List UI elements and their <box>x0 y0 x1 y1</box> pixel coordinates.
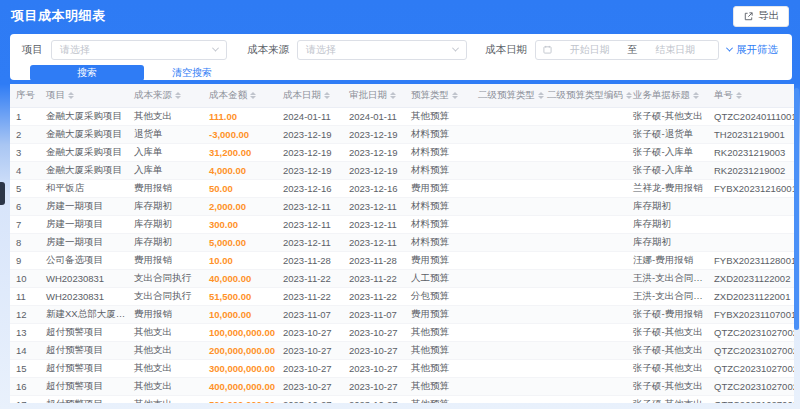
cell-budget_type: 材料预算 <box>405 125 472 143</box>
sort-icon[interactable] <box>736 92 742 99</box>
end-date-placeholder: 结束日期 <box>640 43 712 57</box>
cell-doc_no: FYBX20231107001 <box>708 305 794 323</box>
column-label-doc_title: 业务单据标题 <box>633 89 690 102</box>
column-header-approve_date[interactable]: 审批日期 <box>343 84 405 107</box>
table-row: 12新建XX总部大厦工程二期费用报销10,000.002023-11-07202… <box>10 305 794 323</box>
expand-filters-link[interactable]: 展开筛选 <box>727 43 778 57</box>
cell-cost_date: 2023-12-11 <box>277 197 343 215</box>
cell-cost_date: 2023-11-28 <box>277 251 343 269</box>
sort-icon[interactable] <box>175 92 181 99</box>
cost-date-range-input[interactable]: 开始日期 至 结束日期 <box>535 40 719 60</box>
cost-source-filter-label: 成本来源 <box>247 43 289 57</box>
filter-row: 项目 请选择 成本来源 请选择 成本日期 开始日期 至 结 <box>22 39 778 60</box>
cell-budget_type: 人工预算 <box>405 269 472 287</box>
table-row: 1金融大厦采购项目其他支出111.002024-01-112024-01-11其… <box>10 107 794 125</box>
cell-project: 超付预警项目 <box>40 341 128 359</box>
sort-icon[interactable] <box>538 92 544 99</box>
cell-project: WH20230831 <box>40 287 128 305</box>
cell-project: WH20230831 <box>40 269 128 287</box>
cell-idx: 12 <box>10 305 40 323</box>
cell-budget_type: 材料预算 <box>405 233 472 251</box>
clear-search-link[interactable]: 清空搜索 <box>172 66 212 80</box>
cell-sub_code <box>541 269 627 287</box>
cell-sub_code <box>541 107 627 125</box>
cell-project: 公司备选项目 <box>40 251 128 269</box>
cell-approve_date: 2023-11-22 <box>343 287 405 305</box>
cell-approve_date: 2023-12-19 <box>343 125 405 143</box>
cost-source-select[interactable]: 请选择 <box>297 40 467 60</box>
cell-idx: 17 <box>10 395 40 403</box>
column-header-amount[interactable]: 成本金额 <box>203 84 277 107</box>
cell-cost_date: 2023-12-16 <box>277 179 343 197</box>
cell-source: 退货单 <box>128 125 203 143</box>
column-header-idx: 序号 <box>10 84 40 107</box>
cell-approve_date: 2023-10-27 <box>343 341 405 359</box>
calendar-icon <box>543 45 552 54</box>
export-button[interactable]: 导出 <box>733 6 789 27</box>
cell-doc_no: QTZC20231027002 <box>708 341 794 359</box>
cost-source-select-placeholder: 请选择 <box>306 43 336 57</box>
cell-source: 入库单 <box>128 161 203 179</box>
side-panel-handle[interactable] <box>0 182 5 205</box>
cell-doc_no <box>708 197 794 215</box>
column-header-project[interactable]: 项目 <box>40 84 128 107</box>
column-header-doc_title[interactable]: 业务单据标题 <box>627 84 708 107</box>
cell-sub_code <box>541 125 627 143</box>
sort-icon[interactable] <box>626 92 632 99</box>
column-header-source[interactable]: 成本来源 <box>128 84 203 107</box>
cell-source: 其他支出 <box>128 323 203 341</box>
sort-icon[interactable] <box>68 92 74 99</box>
cell-sub_type <box>472 215 541 233</box>
column-label-amount: 成本金额 <box>209 89 247 102</box>
cell-doc_no: QTZC20231027002 <box>708 395 794 403</box>
cell-cost_date: 2023-11-22 <box>277 287 343 305</box>
cell-budget_type: 材料预算 <box>405 161 472 179</box>
project-select[interactable]: 请选择 <box>51 40 227 60</box>
table-row: 16超付预警项目其他支出400,000,000.002023-10-272023… <box>10 377 794 395</box>
sort-icon[interactable] <box>390 92 396 99</box>
cell-amount: 300,000,000.00 <box>203 359 277 377</box>
table-row: 6房建一期项目库存期初2,000.002023-12-112023-12-11材… <box>10 197 794 215</box>
cell-sub_code <box>541 395 627 403</box>
column-header-cost_date[interactable]: 成本日期 <box>277 84 343 107</box>
cell-doc_no: ZXD20231122002 <box>708 269 794 287</box>
cell-project: 金融大厦采购项目 <box>40 125 128 143</box>
cell-doc_no: QTZC20240111001 <box>708 107 794 125</box>
table-header-row: 序号项目成本来源成本金额成本日期审批日期预算类型二级预算类型二级预算类型编码业务… <box>10 84 794 107</box>
cell-budget_type: 其他预算 <box>405 377 472 395</box>
table-header: 序号项目成本来源成本金额成本日期审批日期预算类型二级预算类型二级预算类型编码业务… <box>10 84 794 107</box>
project-filter-label: 项目 <box>22 43 43 57</box>
cell-sub_code <box>541 359 627 377</box>
sort-icon[interactable] <box>324 92 330 99</box>
export-icon <box>743 11 754 22</box>
column-header-sub_code[interactable]: 二级预算类型编码 <box>541 84 627 107</box>
cell-doc_title: 库存期初 <box>627 233 708 251</box>
cell-budget_type: 其他预算 <box>405 323 472 341</box>
cell-approve_date: 2023-11-07 <box>343 305 405 323</box>
cell-sub_type <box>472 305 541 323</box>
sort-icon[interactable] <box>250 92 256 99</box>
cell-amount: 40,000.00 <box>203 269 277 287</box>
cell-approve_date: 2024-01-11 <box>343 107 405 125</box>
sort-icon[interactable] <box>693 92 699 99</box>
column-header-doc_no[interactable]: 单号 <box>708 84 794 107</box>
sort-icon[interactable] <box>452 92 458 99</box>
table-row: 15超付预警项目其他支出300,000,000.002023-10-272023… <box>10 359 794 377</box>
cell-source: 入库单 <box>128 143 203 161</box>
cell-source: 库存期初 <box>128 197 203 215</box>
cell-doc_title: 张子硕-其他支出 <box>627 107 708 125</box>
page-title: 项目成本明细表 <box>11 7 106 25</box>
cell-budget_type: 其他预算 <box>405 359 472 377</box>
vertical-scrollbar[interactable] <box>794 88 799 330</box>
cell-doc_title: 库存期初 <box>627 197 708 215</box>
cell-sub_code <box>541 161 627 179</box>
cell-cost_date: 2023-10-27 <box>277 323 343 341</box>
column-header-budget_type[interactable]: 预算类型 <box>405 84 472 107</box>
search-button[interactable]: 搜索 <box>30 65 144 81</box>
cell-source: 费用报销 <box>128 251 203 269</box>
cell-idx: 11 <box>10 287 40 305</box>
cell-doc_title: 张子硕-入库单 <box>627 161 708 179</box>
column-header-sub_type[interactable]: 二级预算类型 <box>472 84 541 107</box>
cell-budget_type: 材料预算 <box>405 143 472 161</box>
cell-idx: 6 <box>10 197 40 215</box>
